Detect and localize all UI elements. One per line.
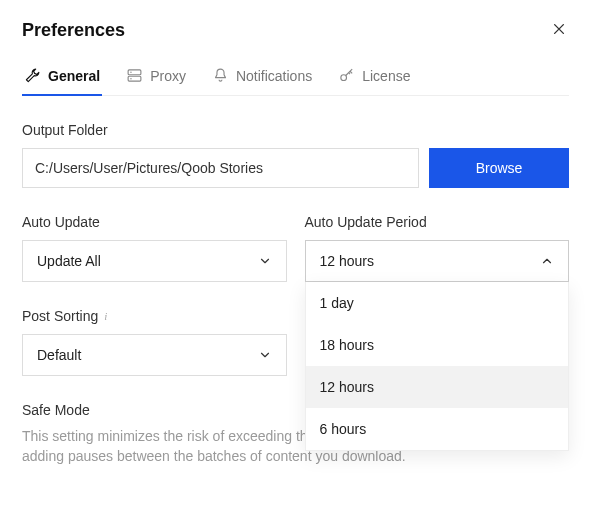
svg-rect-1 (128, 76, 141, 81)
auto-update-select[interactable]: Update All (22, 240, 287, 282)
bell-icon (212, 67, 229, 84)
dropdown-option[interactable]: 12 hours (306, 366, 569, 408)
auto-update-value: Update All (37, 253, 101, 269)
tab-label: Notifications (236, 68, 312, 84)
post-sorting-select[interactable]: Default (22, 334, 287, 376)
output-folder-section: Output Folder Browse (22, 122, 569, 188)
svg-point-4 (341, 75, 347, 81)
tab-label: General (48, 68, 100, 84)
svg-point-3 (130, 78, 131, 79)
dropdown-option[interactable]: 6 hours (306, 408, 569, 450)
info-icon[interactable]: i (104, 310, 107, 322)
tab-label: License (362, 68, 410, 84)
chevron-down-icon (258, 254, 272, 268)
svg-rect-0 (128, 70, 141, 75)
auto-update-section: Auto Update Update All (22, 214, 287, 282)
key-icon (338, 67, 355, 84)
header: Preferences (22, 20, 569, 41)
post-sorting-value: Default (37, 347, 81, 363)
auto-update-period-dropdown: 1 day 18 hours 12 hours 6 hours (305, 282, 570, 451)
tab-label: Proxy (150, 68, 186, 84)
page-title: Preferences (22, 20, 125, 41)
auto-update-period-select[interactable]: 12 hours (305, 240, 570, 282)
tabs: General Proxy Notifications License (22, 61, 569, 96)
chevron-down-icon (258, 348, 272, 362)
auto-update-label: Auto Update (22, 214, 287, 230)
close-icon (552, 22, 566, 36)
chevron-up-icon (540, 254, 554, 268)
dropdown-option[interactable]: 18 hours (306, 324, 569, 366)
auto-update-period-label: Auto Update Period (305, 214, 570, 230)
close-button[interactable] (549, 22, 569, 40)
auto-update-period-value: 12 hours (320, 253, 374, 269)
output-folder-input[interactable] (22, 148, 419, 188)
output-folder-label: Output Folder (22, 122, 569, 138)
dropdown-option[interactable]: 1 day (306, 282, 569, 324)
tab-notifications[interactable]: Notifications (210, 61, 314, 96)
preferences-window: Preferences General Proxy Notifications … (0, 0, 591, 487)
tab-general[interactable]: General (22, 61, 102, 96)
tab-proxy[interactable]: Proxy (124, 61, 188, 96)
svg-point-2 (130, 72, 131, 73)
browse-button[interactable]: Browse (429, 148, 569, 188)
auto-update-period-section: Auto Update Period 12 hours 1 day 18 hou… (305, 214, 570, 282)
server-icon (126, 67, 143, 84)
wrench-icon (24, 67, 41, 84)
tab-license[interactable]: License (336, 61, 412, 96)
post-sorting-label: Post Sorting i (22, 308, 287, 324)
post-sorting-section: Post Sorting i Default (22, 308, 287, 376)
